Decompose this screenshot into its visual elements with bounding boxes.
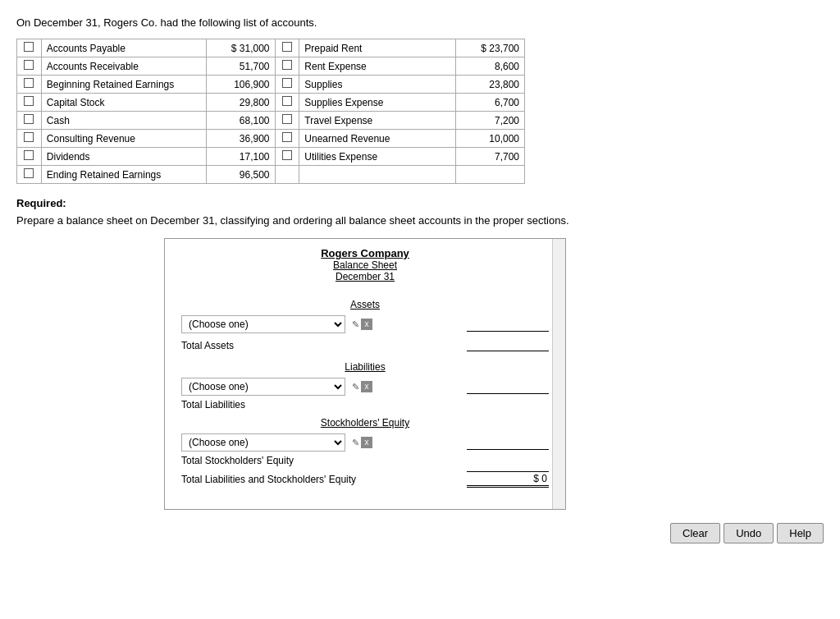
intro-text: On December 31, Rogers Co. had the follo… bbox=[16, 16, 824, 29]
left-value-cell: 96,500 bbox=[206, 166, 275, 184]
equity-input-line bbox=[467, 435, 549, 450]
liabilities-delete-icon[interactable]: x bbox=[361, 381, 372, 392]
left-checkbox[interactable] bbox=[24, 78, 34, 88]
left-checkbox-cell[interactable] bbox=[17, 94, 42, 112]
assets-header: Assets bbox=[181, 299, 549, 310]
right-checkbox-cell[interactable] bbox=[275, 39, 299, 57]
undo-button[interactable]: Undo bbox=[724, 523, 774, 543]
left-checkbox[interactable] bbox=[24, 96, 34, 106]
right-checkbox[interactable] bbox=[282, 132, 292, 142]
equity-delete-icon[interactable]: x bbox=[361, 437, 372, 448]
help-button[interactable]: Help bbox=[777, 523, 824, 543]
balance-sheet-container: Rogers Company Balance Sheet December 31… bbox=[164, 238, 566, 510]
left-checkbox-cell[interactable] bbox=[17, 76, 42, 94]
assets-icons: ✎ x bbox=[352, 319, 372, 330]
liabilities-pencil-icon[interactable]: ✎ bbox=[352, 382, 359, 392]
right-checkbox[interactable] bbox=[282, 96, 292, 106]
liabilities-header: Liabilities bbox=[181, 361, 549, 373]
right-value-cell: 23,800 bbox=[456, 76, 525, 94]
equity-pencil-icon[interactable]: ✎ bbox=[352, 438, 359, 448]
right-checkbox[interactable] bbox=[282, 78, 292, 88]
table-row: Consulting Revenue36,900Unearned Revenue… bbox=[17, 130, 525, 148]
left-checkbox-cell[interactable] bbox=[17, 39, 42, 57]
left-checkbox-cell[interactable] bbox=[17, 166, 42, 184]
total-assets-row: Total Assets bbox=[181, 337, 549, 355]
liabilities-select[interactable]: (Choose one) bbox=[181, 378, 345, 396]
left-label-cell: Ending Retained Earnings bbox=[41, 166, 206, 184]
assets-input-area bbox=[467, 317, 549, 332]
table-row: Accounts Payable$ 31,000Prepaid Rent$ 23… bbox=[17, 39, 525, 57]
left-value-cell: $ 31,000 bbox=[206, 39, 275, 57]
left-value-cell: 68,100 bbox=[206, 112, 275, 130]
right-checkbox[interactable] bbox=[282, 42, 292, 52]
right-checkbox[interactable] bbox=[282, 60, 292, 70]
left-value-cell: 106,900 bbox=[206, 76, 275, 94]
right-value-cell: 8,600 bbox=[456, 57, 525, 76]
right-checkbox-cell[interactable] bbox=[275, 148, 299, 166]
prepare-text: Prepare a balance sheet on December 31, … bbox=[16, 214, 824, 227]
right-value-cell: $ 23,700 bbox=[456, 39, 525, 57]
total-assets-label: Total Assets bbox=[181, 340, 234, 351]
right-label-cell: Rent Expense bbox=[299, 57, 456, 76]
right-label-cell: Supplies bbox=[299, 76, 456, 94]
right-checkbox-cell[interactable] bbox=[275, 112, 299, 130]
bs-header: Rogers Company Balance Sheet December 31 bbox=[165, 239, 565, 287]
total-equity-label: Total Stockholders' Equity bbox=[181, 455, 294, 466]
total-equity-row: Total Stockholders' Equity bbox=[181, 455, 549, 466]
right-checkbox[interactable] bbox=[282, 150, 292, 160]
assets-pencil-icon[interactable]: ✎ bbox=[352, 319, 359, 330]
left-checkbox-cell[interactable] bbox=[17, 57, 42, 76]
total-combined-row: Total Liabilities and Stockholders' Equi… bbox=[181, 471, 549, 488]
total-combined-value: $ 0 bbox=[533, 473, 547, 484]
left-label-cell: Consulting Revenue bbox=[41, 130, 206, 148]
left-value-cell: 17,100 bbox=[206, 148, 275, 166]
bs-body: Assets (Choose one) ✎ x Total Assets Lia… bbox=[165, 287, 565, 501]
right-checkbox-cell[interactable] bbox=[275, 130, 299, 148]
sheet-date: December 31 bbox=[165, 271, 565, 282]
sheet-title: Balance Sheet bbox=[165, 259, 565, 271]
equity-input-area bbox=[467, 435, 549, 450]
right-value-cell: 7,700 bbox=[456, 148, 525, 166]
left-checkbox-cell[interactable] bbox=[17, 148, 42, 166]
left-checkbox[interactable] bbox=[24, 42, 34, 52]
table-row: Dividends17,100Utilities Expense7,700 bbox=[17, 148, 525, 166]
equity-select[interactable]: (Choose one) bbox=[181, 433, 345, 452]
right-checkbox-cell[interactable] bbox=[275, 57, 299, 76]
right-checkbox[interactable] bbox=[282, 114, 292, 124]
right-value-cell: 7,200 bbox=[456, 112, 525, 130]
right-label-cell bbox=[299, 166, 456, 184]
right-label-cell: Prepaid Rent bbox=[299, 39, 456, 57]
company-name: Rogers Company bbox=[165, 247, 565, 259]
left-checkbox[interactable] bbox=[24, 132, 34, 142]
left-checkbox[interactable] bbox=[24, 150, 34, 160]
left-value-cell: 51,700 bbox=[206, 57, 275, 76]
left-checkbox[interactable] bbox=[24, 114, 34, 124]
table-row: Capital Stock29,800Supplies Expense6,700 bbox=[17, 94, 525, 112]
equity-select-row: (Choose one) ✎ x bbox=[181, 433, 549, 452]
right-value-cell bbox=[456, 166, 525, 184]
left-label-cell: Cash bbox=[41, 112, 206, 130]
left-checkbox[interactable] bbox=[24, 168, 34, 178]
right-checkbox-cell[interactable] bbox=[275, 166, 299, 184]
liabilities-select-row: (Choose one) ✎ x bbox=[181, 378, 549, 396]
scrollbar[interactable] bbox=[552, 239, 565, 509]
assets-select[interactable]: (Choose one) bbox=[181, 315, 345, 333]
liabilities-icons: ✎ x bbox=[352, 381, 372, 392]
equity-header: Stockholders' Equity bbox=[181, 417, 549, 429]
required-section: Required: Prepare a balance sheet on Dec… bbox=[16, 197, 824, 227]
left-label-cell: Accounts Payable bbox=[41, 39, 206, 57]
total-liabilities-label: Total Liabilities bbox=[181, 399, 245, 410]
table-row: Beginning Retained Earnings106,900Suppli… bbox=[17, 76, 525, 94]
right-label-cell: Utilities Expense bbox=[299, 148, 456, 166]
right-checkbox-cell[interactable] bbox=[275, 76, 299, 94]
liabilities-input-line bbox=[467, 379, 549, 394]
left-checkbox-cell[interactable] bbox=[17, 112, 42, 130]
clear-button[interactable]: Clear bbox=[670, 523, 720, 543]
right-checkbox-cell[interactable] bbox=[275, 94, 299, 112]
left-checkbox-cell[interactable] bbox=[17, 130, 42, 148]
total-combined-label: Total Liabilities and Stockholders' Equi… bbox=[181, 474, 356, 485]
left-checkbox[interactable] bbox=[24, 60, 34, 70]
right-label-cell: Travel Expense bbox=[299, 112, 456, 130]
assets-delete-icon[interactable]: x bbox=[361, 319, 372, 330]
table-row: Accounts Receivable51,700Rent Expense8,6… bbox=[17, 57, 525, 76]
